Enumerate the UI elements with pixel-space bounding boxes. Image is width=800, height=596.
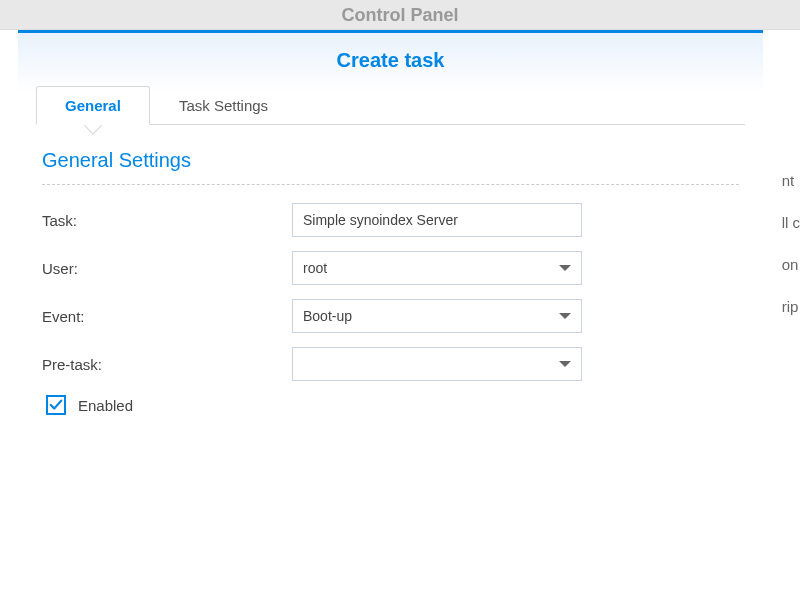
background-window-header: Control Panel bbox=[0, 0, 800, 30]
chevron-down-icon bbox=[559, 361, 571, 367]
tab-task-settings[interactable]: Task Settings bbox=[150, 86, 297, 125]
event-select-value: Boot-up bbox=[303, 308, 559, 324]
chevron-down-icon bbox=[559, 265, 571, 271]
event-label: Event: bbox=[42, 308, 292, 325]
tab-general-label: General bbox=[65, 97, 121, 114]
event-select[interactable]: Boot-up bbox=[292, 299, 582, 333]
field-row-pretask: Pre-task: bbox=[42, 347, 739, 381]
user-select-value: root bbox=[303, 260, 559, 276]
task-input[interactable] bbox=[292, 203, 582, 237]
tab-content: General Settings Task: User: root Event:… bbox=[18, 125, 763, 415]
background-window-title: Control Panel bbox=[341, 5, 458, 25]
task-label: Task: bbox=[42, 212, 292, 229]
field-row-enabled: Enabled bbox=[46, 395, 739, 415]
field-row-event: Event: Boot-up bbox=[42, 299, 739, 333]
user-label: User: bbox=[42, 260, 292, 277]
field-row-task: Task: bbox=[42, 203, 739, 237]
tab-task-settings-label: Task Settings bbox=[179, 97, 268, 114]
modal-title: Create task bbox=[18, 33, 763, 86]
tab-general[interactable]: General bbox=[36, 86, 150, 125]
enabled-label: Enabled bbox=[78, 397, 133, 414]
pretask-select[interactable] bbox=[292, 347, 582, 381]
pretask-label: Pre-task: bbox=[42, 356, 292, 373]
chevron-down-icon bbox=[559, 313, 571, 319]
user-select[interactable]: root bbox=[292, 251, 582, 285]
section-title: General Settings bbox=[42, 149, 739, 185]
field-row-user: User: root bbox=[42, 251, 739, 285]
check-icon bbox=[49, 398, 63, 412]
enabled-checkbox[interactable] bbox=[46, 395, 66, 415]
tab-bar: General Task Settings bbox=[36, 86, 745, 125]
background-clipped-text: nt ll c on rip bbox=[782, 160, 800, 328]
create-task-modal: Create task General Task Settings Genera… bbox=[18, 30, 763, 596]
